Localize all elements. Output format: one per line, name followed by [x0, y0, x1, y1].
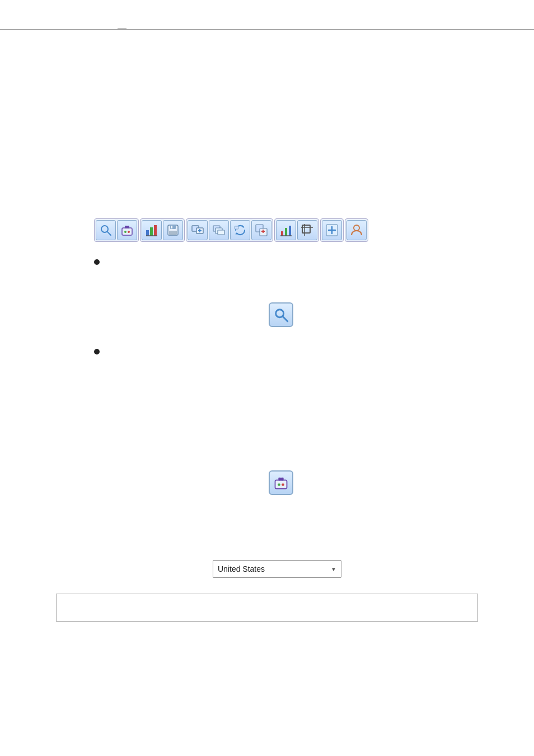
svg-rect-29	[281, 231, 283, 236]
dropdown-arrow-icon: ▼	[331, 566, 336, 572]
svg-point-0	[101, 226, 108, 232]
svg-rect-9	[154, 225, 157, 236]
bullet-item-2	[94, 347, 100, 354]
svg-line-41	[283, 317, 288, 321]
svg-point-45	[278, 483, 280, 486]
toolbar-group-4	[274, 218, 319, 242]
toolbar-group-1	[94, 218, 139, 242]
large-search-icon[interactable]	[269, 302, 293, 327]
toolbar-user-button[interactable]	[346, 220, 367, 240]
svg-rect-8	[150, 227, 153, 236]
svg-rect-33	[302, 225, 310, 233]
svg-line-1	[107, 232, 111, 235]
main-toolbar	[94, 218, 368, 242]
svg-point-39	[354, 225, 359, 231]
svg-rect-24	[235, 226, 238, 229]
bullet-dot-1	[94, 259, 100, 265]
toolbar-crop-button[interactable]	[297, 220, 317, 240]
svg-rect-30	[285, 228, 287, 236]
toolbar-refresh-button[interactable]	[230, 220, 250, 240]
svg-rect-43	[278, 478, 281, 481]
toolbar-group-2	[140, 218, 185, 242]
svg-marker-22	[242, 225, 245, 227]
toolbar-group-3	[186, 218, 273, 242]
svg-rect-42	[275, 480, 287, 488]
svg-rect-31	[289, 226, 291, 236]
toolbar-add-frame-button[interactable]	[188, 220, 208, 240]
toolbar-search-button[interactable]	[96, 220, 116, 240]
toolbar-group-6	[345, 218, 368, 242]
large-plugin-icon[interactable]	[269, 470, 293, 495]
svg-rect-14	[171, 226, 172, 228]
country-dropdown[interactable]: United States ▼	[213, 560, 341, 578]
svg-rect-12	[170, 225, 176, 229]
svg-point-46	[282, 483, 284, 486]
country-dropdown-container: United States ▼	[213, 560, 341, 578]
svg-point-6	[128, 231, 130, 233]
toolbar-save-button[interactable]	[163, 220, 183, 240]
toolbar-group-5	[320, 218, 344, 242]
toolbar-bar-chart-button[interactable]	[276, 220, 296, 240]
toolbar-plugin-button[interactable]	[117, 220, 137, 240]
svg-rect-21	[218, 230, 224, 235]
svg-rect-3	[125, 226, 127, 228]
toolbar-chart-button[interactable]	[142, 220, 162, 240]
svg-rect-7	[146, 230, 149, 236]
toolbar-layers-button[interactable]	[209, 220, 229, 240]
svg-rect-44	[281, 478, 284, 481]
svg-rect-13	[169, 231, 177, 235]
dropdown-value: United States	[218, 564, 331, 573]
svg-point-5	[124, 231, 127, 233]
top-dash: —	[118, 24, 127, 34]
toolbar-import-button[interactable]	[251, 220, 271, 240]
svg-rect-2	[122, 228, 132, 235]
bullet-item-1	[94, 258, 100, 265]
toolbar-add-button[interactable]	[322, 220, 342, 240]
bullet-dot-2	[94, 349, 100, 354]
svg-rect-4	[127, 226, 129, 228]
bottom-content-box	[56, 594, 478, 622]
top-horizontal-rule	[0, 29, 534, 30]
